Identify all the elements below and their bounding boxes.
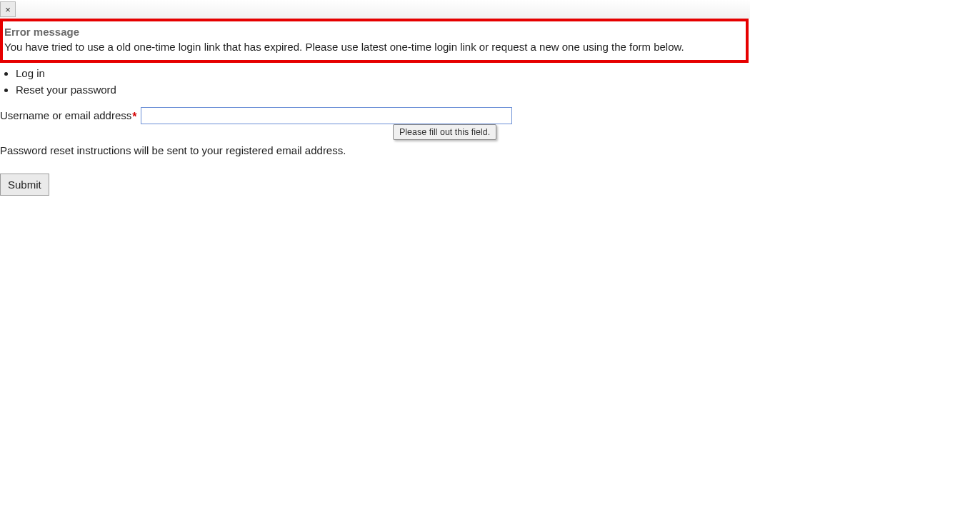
required-asterisk-icon: * [132,111,136,124]
username-label: Username or email address [0,109,131,121]
nav-item-login[interactable]: Log in [16,66,980,81]
nav-item-label: Log in [16,67,45,79]
close-button[interactable]: × [0,1,16,17]
submit-button[interactable]: Submit [0,174,49,196]
auth-nav-list: Log in Reset your password [0,66,980,97]
error-body: You have tried to use a old one-time log… [4,40,744,54]
nav-item-label: Reset your password [16,84,116,96]
error-message-box: Error message You have tried to use a ol… [0,19,749,63]
validation-tooltip: Please fill out this field. [393,124,496,140]
help-text: Password reset instructions will be sent… [0,144,980,156]
username-input[interactable] [141,107,512,124]
username-row: Username or email address* Please fill o… [0,107,980,124]
error-title: Error message [4,26,744,39]
top-bar: × [0,0,750,19]
nav-item-reset-password[interactable]: Reset your password [16,82,980,97]
